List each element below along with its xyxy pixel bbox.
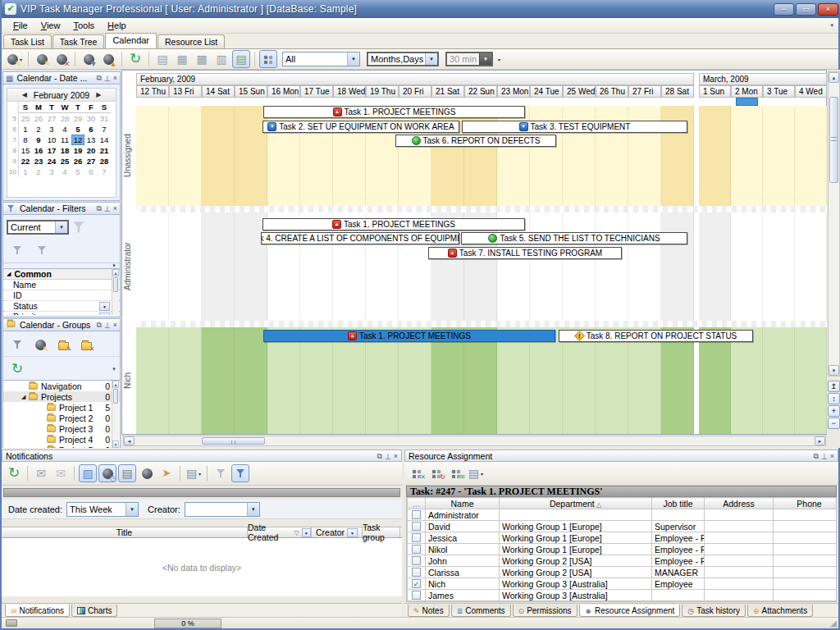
- mini-calendar-day[interactable]: 25: [58, 156, 71, 167]
- menu-item-file[interactable]: File: [7, 19, 34, 32]
- toolbar-overflow-icon[interactable]: ▾: [498, 57, 500, 62]
- expand-icon[interactable]: ◢: [21, 394, 28, 400]
- mini-calendar-day[interactable]: 19: [71, 145, 84, 156]
- layout-button[interactable]: ▤▾: [467, 464, 485, 482]
- mini-calendar-day[interactable]: 22: [19, 156, 32, 167]
- row-checkbox[interactable]: ✓: [412, 579, 421, 588]
- day-header[interactable]: 14 Sat: [202, 85, 235, 98]
- row-checkbox-cell[interactable]: [408, 509, 426, 521]
- calendar-cell[interactable]: [563, 212, 596, 321]
- mini-calendar-day[interactable]: 4: [58, 167, 71, 177]
- chevron-down-icon[interactable]: ▼: [55, 221, 67, 233]
- pin-panel-button[interactable]: ⊤: [385, 452, 391, 460]
- next-month-icon[interactable]: ▶: [96, 91, 101, 98]
- day-header[interactable]: 28 Sat: [661, 85, 694, 98]
- mini-calendar-day[interactable]: 30: [84, 113, 98, 124]
- tab-task-tree[interactable]: Task Tree: [52, 34, 105, 48]
- group-item-project-4[interactable]: Project 40: [3, 434, 120, 445]
- chevron-down-icon[interactable]: ▼: [99, 302, 110, 311]
- mini-calendar-day[interactable]: 14: [98, 135, 111, 145]
- calendar-cell[interactable]: [628, 212, 661, 321]
- calendar-cell[interactable]: [497, 327, 530, 434]
- row-checkbox[interactable]: [412, 556, 421, 565]
- pin-panel-button[interactable]: ⊤: [821, 452, 828, 460]
- calendar-cell[interactable]: [136, 327, 169, 434]
- mini-calendar-day[interactable]: 12: [71, 135, 84, 145]
- mini-calendar-day[interactable]: 6: [84, 167, 98, 177]
- restore-panel-button[interactable]: ⧉: [96, 321, 101, 329]
- column-header-title[interactable]: Title: [2, 527, 248, 537]
- tab-charts[interactable]: Charts: [71, 605, 117, 617]
- mini-calendar-day[interactable]: 7: [98, 124, 111, 135]
- mini-calendar-day[interactable]: 28: [98, 156, 111, 167]
- mini-calendar-day[interactable]: 7: [98, 167, 111, 177]
- day-header[interactable]: 4 Wed: [795, 85, 827, 98]
- calendar-cell[interactable]: [267, 327, 300, 434]
- group-item-project-2[interactable]: Project 20: [3, 413, 120, 423]
- scale-rows-button[interactable]: ↕: [828, 393, 840, 404]
- mini-calendar-day[interactable]: 2: [32, 124, 45, 135]
- mini-calendar-day[interactable]: 1: [19, 167, 32, 177]
- close-panel-button[interactable]: ×: [113, 321, 117, 329]
- column-header-phone[interactable]: Phone: [774, 498, 838, 509]
- chevron-down-icon[interactable]: ▾: [199, 471, 201, 477]
- mini-calendar-day[interactable]: 16: [32, 145, 45, 156]
- chevron-down-icon[interactable]: ▾: [481, 471, 483, 477]
- calendar-cell[interactable]: [661, 212, 694, 321]
- group-item-navigation[interactable]: Navigation0: [3, 381, 120, 391]
- show-details-button[interactable]: ▤: [118, 464, 136, 482]
- calendar-cell[interactable]: [431, 327, 464, 434]
- task-bar[interactable]: ▲Task 1. PROJECT MEETINGS: [263, 106, 525, 118]
- filter-field-priority[interactable]: Priority▼: [3, 312, 120, 315]
- mini-calendar-day[interactable]: 27: [45, 113, 58, 124]
- filter-field-id[interactable]: ID: [3, 290, 120, 301]
- calendar-cell[interactable]: [464, 327, 497, 434]
- close-panel-button[interactable]: ×: [113, 74, 117, 82]
- refresh-button[interactable]: ↻: [126, 50, 144, 68]
- chevron-down-icon[interactable]: ▼: [126, 503, 138, 516]
- mini-calendar-day[interactable]: 3: [45, 124, 58, 135]
- calendar-cell[interactable]: [169, 212, 202, 321]
- day-header[interactable]: 26 Thu: [596, 85, 628, 98]
- pin-panel-button[interactable]: ⊤: [104, 321, 111, 329]
- notifications-panel-header[interactable]: Notifications ⧉⊤×: [2, 450, 402, 462]
- vertical-scrollbar[interactable]: ▲ ▼: [828, 71, 840, 377]
- row-checkbox[interactable]: [412, 545, 421, 554]
- mini-calendar-day[interactable]: 24: [45, 156, 58, 167]
- mini-calendar-day[interactable]: 27: [84, 156, 98, 167]
- calendar-cell[interactable]: [795, 106, 827, 206]
- day-header[interactable]: 25 Wed: [563, 85, 596, 98]
- save-filter-button[interactable]: [8, 241, 26, 259]
- refresh-resources-button[interactable]: ✉: [447, 464, 465, 482]
- view-dense-button[interactable]: ▩: [193, 50, 211, 68]
- mini-calendar-day[interactable]: 10: [45, 135, 58, 145]
- tab-resource-assignment[interactable]: ☻Resource Assignment: [579, 605, 681, 617]
- prev-month-icon[interactable]: ◀: [22, 91, 27, 98]
- apply-filter-icon[interactable]: [72, 221, 86, 235]
- mini-calendar-day[interactable]: 18: [58, 145, 71, 156]
- mark-read-button[interactable]: ✉: [32, 464, 50, 482]
- mini-calendar-day[interactable]: 21: [98, 145, 111, 156]
- mini-calendar-day[interactable]: 6: [84, 124, 98, 135]
- chevron-down-icon[interactable]: ▼: [99, 313, 110, 316]
- column-header-name[interactable]: Name: [426, 498, 500, 509]
- calendar-cell[interactable]: [169, 327, 202, 434]
- tab-permissions[interactable]: ⊙Permissions: [513, 605, 578, 617]
- day-header[interactable]: 23 Mon: [497, 85, 530, 98]
- calendar-cell[interactable]: [699, 106, 731, 206]
- restore-button[interactable]: ▭: [796, 3, 816, 16]
- goto-task-button[interactable]: [138, 464, 156, 482]
- calendar-cell[interactable]: [763, 106, 795, 206]
- column-header-department[interactable]: Department △: [500, 498, 652, 509]
- day-header[interactable]: 17 Tue: [300, 85, 333, 98]
- scale-combo[interactable]: Months,Days▼: [367, 52, 439, 66]
- scrollbar-thumb[interactable]: [113, 389, 118, 404]
- row-checkbox[interactable]: [412, 522, 421, 531]
- scrollbar-thumb[interactable]: [829, 97, 838, 183]
- task-bar[interactable]: ▼Task 3. TEST EQUIPMENT: [462, 121, 687, 133]
- restore-panel-button[interactable]: ⧉: [96, 74, 101, 82]
- calendar-cell[interactable]: [399, 327, 431, 434]
- chevron-down-icon[interactable]: ▼: [247, 503, 259, 516]
- table-row[interactable]: DavidWorking Group 1 [Europe]Supervisor: [408, 521, 838, 532]
- day-header[interactable]: 3 Tue: [763, 85, 795, 98]
